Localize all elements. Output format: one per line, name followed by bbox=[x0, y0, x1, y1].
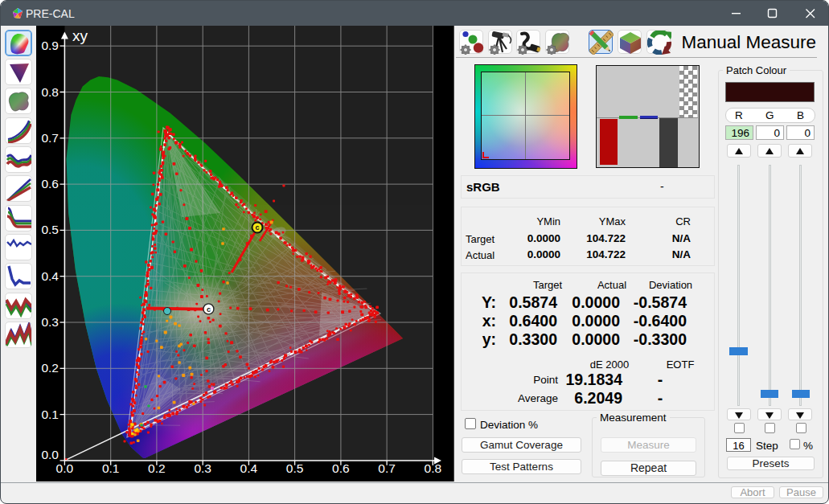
svg-text:0.2: 0.2 bbox=[148, 461, 166, 475]
svg-text:0.5: 0.5 bbox=[286, 461, 304, 475]
svg-text:0.9: 0.9 bbox=[41, 39, 59, 52]
svg-text:0.6: 0.6 bbox=[41, 177, 59, 191]
svg-text:0.0: 0.0 bbox=[56, 461, 74, 475]
svg-text:0.6: 0.6 bbox=[332, 461, 350, 475]
svg-text:0.0: 0.0 bbox=[41, 448, 59, 461]
svg-text:c: c bbox=[255, 223, 259, 232]
svg-text:0.2: 0.2 bbox=[41, 361, 59, 375]
svg-text:0.8: 0.8 bbox=[41, 85, 59, 99]
svg-text:c: c bbox=[207, 305, 211, 313]
svg-text:0.3: 0.3 bbox=[194, 461, 211, 475]
svg-text:0.1: 0.1 bbox=[102, 461, 120, 475]
svg-text:0.8: 0.8 bbox=[425, 461, 442, 475]
svg-text:0.4: 0.4 bbox=[240, 461, 258, 475]
svg-text:0.1: 0.1 bbox=[41, 408, 59, 421]
svg-text:0.4: 0.4 bbox=[41, 269, 59, 283]
svg-text:0.3: 0.3 bbox=[41, 315, 59, 329]
svg-text:0.5: 0.5 bbox=[41, 223, 59, 236]
svg-text:0.7: 0.7 bbox=[41, 131, 59, 145]
svg-text:0.7: 0.7 bbox=[378, 461, 396, 475]
svg-text:xy: xy bbox=[72, 27, 88, 44]
